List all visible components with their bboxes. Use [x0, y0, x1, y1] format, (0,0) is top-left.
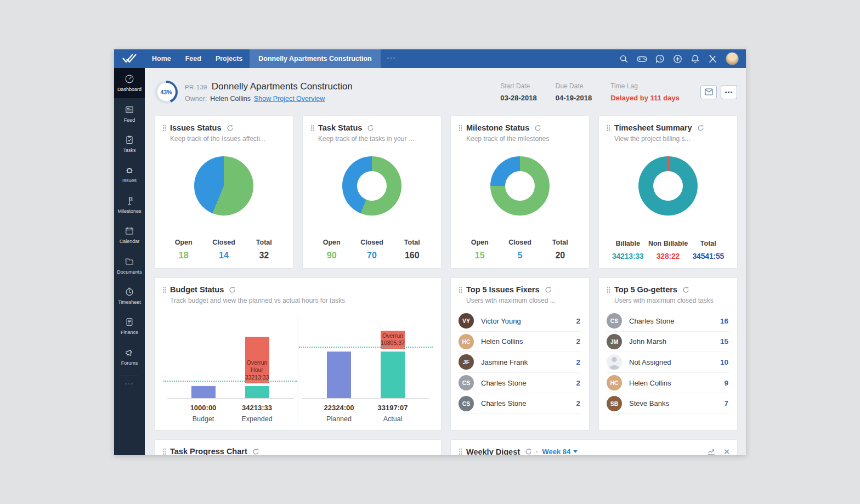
stat-total: Total32	[244, 239, 284, 261]
list-item[interactable]: HCHelen Collins9	[607, 373, 729, 394]
refresh-icon[interactable]	[534, 124, 541, 132]
drag-handle[interactable]	[459, 124, 462, 132]
user-name: Jasmine Frank	[481, 358, 528, 366]
drag-handle[interactable]	[310, 124, 314, 132]
drag-handle[interactable]	[162, 448, 166, 455]
list-item[interactable]: VYVictor Young2	[459, 311, 581, 332]
list-item[interactable]: CSCharles Stone16	[607, 311, 729, 332]
avatar: SB	[607, 396, 622, 411]
sidebar-item-forums[interactable]: Forums	[114, 342, 145, 372]
user-name: Victor Young	[481, 317, 521, 325]
owner-label: Owner:	[185, 95, 207, 103]
drag-handle[interactable]	[459, 448, 462, 455]
refresh-icon[interactable]	[545, 286, 552, 293]
card-title: Budget Status	[170, 285, 224, 294]
sidebar-item-dashboard[interactable]: Dashboard	[114, 68, 145, 98]
sidebar-item-tasks[interactable]: Tasks	[114, 129, 145, 159]
project-header: 43% PR-139 Donnelly Apartments Construct…	[145, 68, 746, 116]
drag-handle[interactable]	[459, 286, 462, 293]
sidebar-label: Tasks	[123, 148, 135, 153]
issues-fixers-list: VYVictor Young2 HCHelen Collins2 JFJasmi…	[459, 311, 581, 414]
week-selector[interactable]: Week 84	[542, 448, 578, 455]
support-chat-icon[interactable]	[655, 54, 665, 64]
sidebar: Dashboard Feed Tasks Issues Milestones C…	[114, 68, 145, 455]
card-title: Weekly Digest	[466, 448, 520, 456]
card-task-status: Task Status Keep track of the tasks in y…	[302, 116, 442, 269]
tab-active-project[interactable]: Donnelly Apartments Construction	[250, 49, 381, 68]
card-subtitle: Users with maximum closed ...	[466, 297, 581, 304]
refresh-icon[interactable]	[229, 286, 236, 293]
refresh-icon[interactable]	[697, 124, 704, 132]
nav-home[interactable]: Home	[145, 49, 178, 68]
planned-vs-actual-group: Overrun 10805:37 22324:00Planned 33197:0…	[298, 316, 433, 423]
stat-total: Total34541:55	[688, 240, 728, 261]
sidebar-label: Milestones	[117, 208, 141, 214]
close-icon[interactable]: ×	[724, 447, 729, 455]
closed-count: 2	[576, 399, 581, 407]
drag-handle[interactable]	[162, 124, 166, 132]
refresh-icon[interactable]	[252, 448, 259, 455]
list-item[interactable]: JMJohn Marsh15	[607, 332, 729, 353]
due-date-label: Due Date	[556, 82, 592, 90]
sidebar-item-documents[interactable]: Documents	[114, 250, 145, 280]
drag-handle[interactable]	[607, 286, 610, 293]
list-item[interactable]: SBSteve Banks7	[607, 393, 729, 414]
nav-feed[interactable]: Feed	[178, 49, 208, 68]
list-item[interactable]: CSCharles Stone2	[459, 373, 581, 394]
avatar: HC	[607, 375, 622, 390]
list-item[interactable]: HCHelen Collins2	[459, 332, 581, 353]
user-avatar[interactable]	[726, 52, 739, 65]
issues-pie-chart	[194, 156, 253, 216]
closed-count: 7	[724, 399, 729, 407]
more-tabs-button[interactable]: ◦◦◦	[381, 49, 403, 68]
avatar: JM	[607, 334, 622, 349]
refresh-icon[interactable]	[525, 448, 532, 455]
list-item[interactable]: CSCharles Stone2	[459, 393, 581, 414]
clock-icon	[125, 287, 134, 297]
sidebar-item-issues[interactable]: Issues	[114, 159, 145, 189]
list-item[interactable]: JFJasmine Frank2	[459, 352, 581, 373]
sidebar-item-milestones[interactable]: Milestones	[114, 190, 145, 220]
drag-handle[interactable]	[607, 124, 610, 132]
zoho-projects-logo[interactable]	[114, 49, 145, 68]
go-getters-list: CSCharles Stone16 JMJohn Marsh15 Not Ass…	[607, 311, 729, 414]
topbar-icon-group	[619, 49, 746, 68]
more-actions-button[interactable]: •••	[721, 85, 737, 99]
folder-icon	[125, 257, 134, 267]
avatar: JF	[459, 354, 474, 370]
refresh-icon[interactable]	[682, 286, 689, 293]
closed-count: 15	[720, 337, 729, 346]
closed-count: 9	[724, 379, 729, 387]
unassigned-avatar	[607, 354, 622, 370]
refresh-icon[interactable]	[227, 124, 234, 132]
task-stats: Open90 Closed70 Total160	[312, 239, 432, 261]
search-icon[interactable]	[619, 54, 629, 64]
mail-button[interactable]	[700, 85, 717, 99]
notifications-bell-icon[interactable]	[691, 54, 700, 64]
stat-non-billable: Non Billable328:22	[648, 240, 688, 261]
list-item[interactable]: Not Assigned10	[607, 352, 729, 373]
sidebar-item-finance[interactable]: Finance	[114, 311, 145, 341]
sidebar-item-feed[interactable]: Feed	[114, 98, 145, 128]
sidebar-more-button[interactable]: ◦◦◦	[114, 377, 145, 387]
task-donut-chart	[342, 156, 401, 216]
drag-handle[interactable]	[162, 286, 166, 293]
milestone-stats: Open15 Closed5 Total20	[460, 239, 580, 261]
sidebar-item-calendar[interactable]: Calendar	[114, 220, 145, 250]
tools-icon[interactable]	[708, 54, 717, 64]
show-project-overview-link[interactable]: Show Project Overview	[254, 95, 325, 103]
megaphone-icon	[125, 348, 134, 358]
nav-projects[interactable]: Projects	[208, 49, 250, 68]
gauge-icon	[125, 74, 134, 84]
game-controller-icon[interactable]	[637, 54, 647, 64]
overrun-label: Overrun Hour 33213:33	[245, 359, 269, 381]
sidebar-item-timesheet[interactable]: Timesheet	[114, 281, 145, 311]
add-icon[interactable]	[673, 54, 682, 64]
card-subtitle: Track budget and view the planned vs act…	[170, 297, 433, 304]
card-title: Task Progress Chart	[170, 447, 247, 455]
timesheet-stats: Billable34213:33 Non Billable328:22 Tota…	[608, 240, 728, 261]
trend-icon[interactable]	[707, 449, 715, 455]
clipboard-check-icon	[125, 135, 134, 145]
refresh-icon[interactable]	[367, 124, 374, 132]
card-issues-status: Issues Status Keep track of the Issues a…	[154, 116, 293, 269]
